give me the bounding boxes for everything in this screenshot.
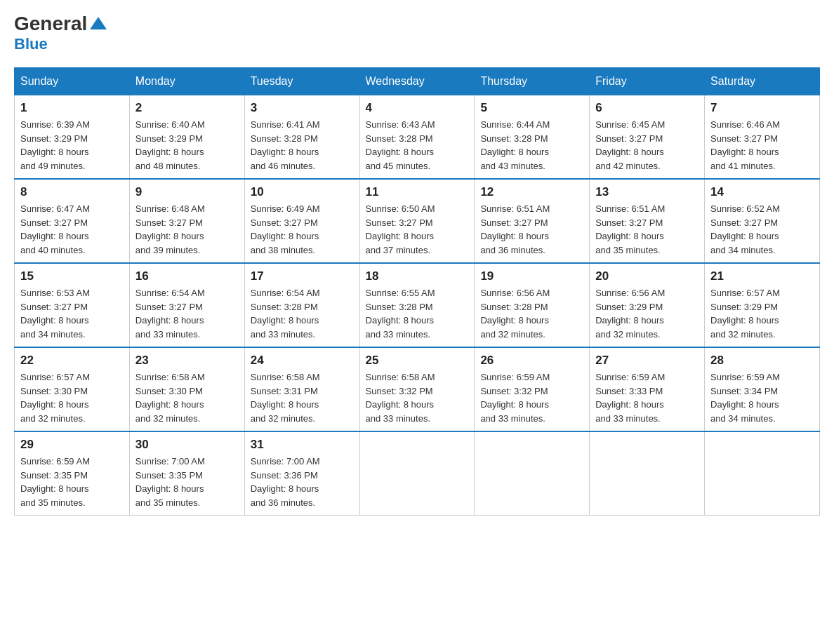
weekday-header-sunday: Sunday [15,68,130,95]
calendar-cell [475,431,590,516]
weekday-header-monday: Monday [129,68,244,95]
day-info: Sunrise: 6:58 AMSunset: 3:30 PMDaylight:… [135,370,239,425]
calendar-cell: 27Sunrise: 6:59 AMSunset: 3:33 PMDayligh… [590,347,705,431]
day-number: 23 [135,354,239,368]
day-info: Sunrise: 7:00 AMSunset: 3:35 PMDaylight:… [135,455,239,509]
day-info: Sunrise: 6:59 AMSunset: 3:35 PMDaylight:… [20,455,124,509]
calendar-week-row: 29Sunrise: 6:59 AMSunset: 3:35 PMDayligh… [15,431,820,516]
day-number: 8 [20,185,124,199]
day-number: 15 [20,269,124,283]
day-number: 12 [480,185,583,199]
day-number: 1 [20,101,124,115]
day-number: 6 [595,101,699,115]
day-number: 22 [20,354,124,368]
day-info: Sunrise: 6:51 AMSunset: 3:27 PMDaylight:… [595,202,699,257]
day-info: Sunrise: 6:51 AMSunset: 3:27 PMDaylight:… [480,202,583,257]
weekday-header-tuesday: Tuesday [244,68,359,95]
weekday-header-thursday: Thursday [475,68,590,95]
calendar-cell: 24Sunrise: 6:58 AMSunset: 3:31 PMDayligh… [244,347,359,431]
calendar-cell: 19Sunrise: 6:56 AMSunset: 3:28 PMDayligh… [475,263,590,347]
day-info: Sunrise: 6:43 AMSunset: 3:28 PMDaylight:… [366,118,469,173]
day-number: 18 [366,269,469,283]
day-number: 3 [251,101,354,115]
calendar-cell: 21Sunrise: 6:57 AMSunset: 3:29 PMDayligh… [705,263,820,347]
day-number: 31 [251,438,354,452]
day-info: Sunrise: 6:58 AMSunset: 3:31 PMDaylight:… [251,370,354,425]
calendar-cell: 13Sunrise: 6:51 AMSunset: 3:27 PMDayligh… [590,179,705,263]
calendar-cell: 29Sunrise: 6:59 AMSunset: 3:35 PMDayligh… [15,431,130,516]
weekday-header-friday: Friday [590,68,705,95]
calendar-cell: 1Sunrise: 6:39 AMSunset: 3:29 PMDaylight… [15,95,130,180]
day-number: 13 [595,185,699,199]
day-info: Sunrise: 6:58 AMSunset: 3:32 PMDaylight:… [366,370,469,425]
calendar-week-row: 22Sunrise: 6:57 AMSunset: 3:30 PMDayligh… [15,347,820,431]
logo: General Blue [14,14,108,53]
logo-icon [88,14,108,34]
calendar-week-row: 8Sunrise: 6:47 AMSunset: 3:27 PMDaylight… [15,179,820,263]
day-info: Sunrise: 6:48 AMSunset: 3:27 PMDaylight:… [135,202,239,257]
calendar-cell: 18Sunrise: 6:55 AMSunset: 3:28 PMDayligh… [359,263,475,347]
day-number: 2 [135,101,239,115]
calendar-cell: 10Sunrise: 6:49 AMSunset: 3:27 PMDayligh… [244,179,359,263]
calendar-cell: 16Sunrise: 6:54 AMSunset: 3:27 PMDayligh… [129,263,244,347]
logo-general: General [14,14,87,34]
day-info: Sunrise: 6:59 AMSunset: 3:32 PMDaylight:… [480,370,583,425]
day-info: Sunrise: 6:59 AMSunset: 3:33 PMDaylight:… [595,370,699,425]
day-info: Sunrise: 6:39 AMSunset: 3:29 PMDaylight:… [20,118,124,173]
calendar-cell: 12Sunrise: 6:51 AMSunset: 3:27 PMDayligh… [475,179,590,263]
day-number: 11 [366,185,469,199]
logo-blue: Blue [14,35,48,53]
day-number: 24 [251,354,354,368]
calendar-cell: 25Sunrise: 6:58 AMSunset: 3:32 PMDayligh… [359,347,475,431]
day-number: 26 [480,354,583,368]
day-info: Sunrise: 6:47 AMSunset: 3:27 PMDaylight:… [20,202,124,257]
day-info: Sunrise: 6:45 AMSunset: 3:27 PMDaylight:… [595,118,699,173]
day-number: 30 [135,438,239,452]
calendar-cell: 5Sunrise: 6:44 AMSunset: 3:28 PMDaylight… [475,95,590,180]
day-number: 25 [366,354,469,368]
calendar-cell: 31Sunrise: 7:00 AMSunset: 3:36 PMDayligh… [244,431,359,516]
day-info: Sunrise: 6:46 AMSunset: 3:27 PMDaylight:… [710,118,814,173]
day-info: Sunrise: 6:40 AMSunset: 3:29 PMDaylight:… [135,118,239,173]
calendar-cell: 22Sunrise: 6:57 AMSunset: 3:30 PMDayligh… [15,347,130,431]
day-info: Sunrise: 6:44 AMSunset: 3:28 PMDaylight:… [480,118,583,173]
day-number: 20 [595,269,699,283]
day-number: 14 [710,185,814,199]
day-number: 9 [135,185,239,199]
day-info: Sunrise: 6:41 AMSunset: 3:28 PMDaylight:… [251,118,354,173]
calendar-week-row: 15Sunrise: 6:53 AMSunset: 3:27 PMDayligh… [15,263,820,347]
day-number: 7 [710,101,814,115]
calendar-week-row: 1Sunrise: 6:39 AMSunset: 3:29 PMDaylight… [15,95,820,180]
calendar-cell: 20Sunrise: 6:56 AMSunset: 3:29 PMDayligh… [590,263,705,347]
day-number: 5 [480,101,583,115]
calendar-cell: 14Sunrise: 6:52 AMSunset: 3:27 PMDayligh… [705,179,820,263]
calendar-cell [359,431,475,516]
day-info: Sunrise: 6:59 AMSunset: 3:34 PMDaylight:… [710,370,814,425]
day-info: Sunrise: 6:57 AMSunset: 3:30 PMDaylight:… [20,370,124,425]
calendar-header-row: SundayMondayTuesdayWednesdayThursdayFrid… [15,68,820,95]
calendar-table: SundayMondayTuesdayWednesdayThursdayFrid… [14,67,820,516]
day-number: 21 [710,269,814,283]
calendar-cell: 4Sunrise: 6:43 AMSunset: 3:28 PMDaylight… [359,95,475,180]
calendar-cell: 2Sunrise: 6:40 AMSunset: 3:29 PMDaylight… [129,95,244,180]
day-info: Sunrise: 6:56 AMSunset: 3:28 PMDaylight:… [480,286,583,341]
calendar-cell: 8Sunrise: 6:47 AMSunset: 3:27 PMDaylight… [15,179,130,263]
day-number: 19 [480,269,583,283]
day-number: 29 [20,438,124,452]
day-info: Sunrise: 6:54 AMSunset: 3:28 PMDaylight:… [251,286,354,341]
day-info: Sunrise: 7:00 AMSunset: 3:36 PMDaylight:… [251,455,354,509]
calendar-cell [705,431,820,516]
calendar-cell: 17Sunrise: 6:54 AMSunset: 3:28 PMDayligh… [244,263,359,347]
day-number: 4 [366,101,469,115]
day-info: Sunrise: 6:52 AMSunset: 3:27 PMDaylight:… [710,202,814,257]
day-number: 10 [251,185,354,199]
calendar-cell: 6Sunrise: 6:45 AMSunset: 3:27 PMDaylight… [590,95,705,180]
calendar-cell: 30Sunrise: 7:00 AMSunset: 3:35 PMDayligh… [129,431,244,516]
calendar-cell: 28Sunrise: 6:59 AMSunset: 3:34 PMDayligh… [705,347,820,431]
svg-marker-0 [90,17,107,29]
day-info: Sunrise: 6:57 AMSunset: 3:29 PMDaylight:… [710,286,814,341]
day-info: Sunrise: 6:50 AMSunset: 3:27 PMDaylight:… [366,202,469,257]
calendar-cell: 7Sunrise: 6:46 AMSunset: 3:27 PMDaylight… [705,95,820,180]
day-info: Sunrise: 6:49 AMSunset: 3:27 PMDaylight:… [251,202,354,257]
day-info: Sunrise: 6:54 AMSunset: 3:27 PMDaylight:… [135,286,239,341]
